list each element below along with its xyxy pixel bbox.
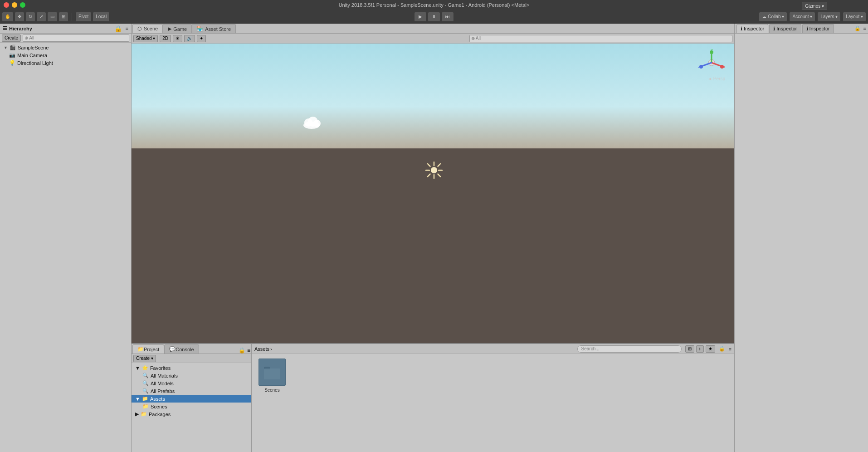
close-button[interactable] [4,2,9,8]
hierarchy-search[interactable] [23,34,129,42]
hand-tool[interactable]: ✋ [2,12,14,22]
play-controls: ▶ ⏸ ⏭ [414,12,454,22]
tab-game[interactable]: ▶ Game [163,24,192,33]
inspector-panel: ℹ Inspector ℹ Inspector ℹ Inspector 🔒 ≡ [734,24,868,452]
scenes-folder-asset-icon [258,359,286,386]
hierarchy-lock[interactable]: 🔒 [114,25,122,32]
shading-dropdown[interactable]: Shaded ▾ [133,35,158,42]
tree-all-prefabs[interactable]: 🔍 All Prefabs [132,387,251,395]
layers-button[interactable]: Layers ▾ [817,12,841,22]
tree-packages[interactable]: ▶ 📁 Packages [132,410,251,418]
hierarchy-tree: ▼ 🎬 SampleScene 📷 Main Camera 💡 Directio… [0,43,131,452]
inspector-icon-3: ℹ [806,26,808,32]
move-tool[interactable]: ✥ [15,12,24,22]
account-button[interactable]: Account ▾ [789,12,815,22]
project-create-button[interactable]: Create ▾ [133,355,156,362]
inspector-tab-3[interactable]: ℹ Inspector [802,24,834,33]
scene-sky [132,44,734,148]
layout-button[interactable]: Layout ▾ [843,12,866,22]
project-lock[interactable]: 🔒 [239,347,245,354]
store-tab-label: Asset Store [205,26,231,32]
local-button[interactable]: Local [93,12,110,22]
2d-button[interactable]: 2D [160,35,171,42]
packages-folder-icon: 📁 [141,411,147,417]
inspector-icon-1: ℹ [741,26,742,32]
tab-project[interactable]: 📁 Project [132,344,164,354]
hierarchy-item-camera[interactable]: 📷 Main Camera [0,51,131,59]
hierarchy-menu[interactable]: ≡ [126,26,128,31]
pivot-controls: Pivot Local [75,12,110,22]
project-tabs: 📁 Project 💬 Console 🔒 ≡ [132,344,251,354]
step-button[interactable]: ⏭ [441,12,454,22]
console-icon: 💬 [169,346,176,352]
title-bar: Unity 2018.3.5f1 Personal - SampleScene.… [0,0,868,10]
breadcrumb-arrow: › [270,346,272,352]
hierarchy-title: Hierarchy [9,26,32,31]
center-area: ⬡ Scene ▶ Game 🏪 Asset Store Shaded ▾ 2D… [132,24,734,452]
multi-tool[interactable]: ⊞ [59,12,68,22]
pivot-button[interactable]: Pivot [75,12,92,22]
minimize-button[interactable] [12,2,17,8]
scale-tool[interactable]: ⤢ [36,12,46,22]
assets-sort-btn[interactable]: ↕ [696,345,704,353]
game-tab-icon: ▶ [168,26,171,32]
tree-favorites[interactable]: ▼ ⭐ Favorites [132,364,251,372]
inspector-tab-label-1: Inspector [744,26,764,31]
collab-button[interactable]: ☁ Collab ▾ [759,12,787,22]
window-title: Unity 2018.3.5f1 Personal - SampleScene.… [339,2,530,8]
layers-label: Layers ▾ [820,14,838,19]
inspector-lock[interactable]: 🔒 [854,25,861,31]
create-button[interactable]: Create [2,34,21,42]
camera-icon: 📷 [9,52,15,58]
tab-asset-store[interactable]: 🏪 Asset Store [192,24,236,33]
store-tab-icon: 🏪 [197,26,203,32]
assets-settings-btn[interactable]: ★ [706,345,715,353]
maximize-button[interactable] [20,2,25,8]
svg-text:Y: Y [711,49,713,52]
inspector-menu[interactable]: ≡ [863,26,866,31]
hierarchy-item-scene[interactable]: ▼ 🎬 SampleScene [0,44,131,51]
breadcrumb-assets[interactable]: Assets [254,346,269,352]
favorites-label: Favorites [150,365,171,371]
assets-view-btn[interactable]: ⊞ [685,345,694,353]
tab-console[interactable]: 💬 Console [164,344,199,354]
pause-button[interactable]: ⏸ [428,12,440,22]
audio-button[interactable]: 🔊 [184,35,195,42]
project-menu[interactable]: ≡ [247,347,250,354]
all-materials-label: All Materials [151,373,178,378]
effects-button[interactable]: ✦ [197,35,206,42]
rotate-tool[interactable]: ↻ [25,12,35,22]
assets-search[interactable] [577,345,682,353]
assets-content: Scenes [252,354,734,452]
collab-label: Collab ▾ [768,14,784,19]
assets-menu[interactable]: ≡ [729,346,731,352]
inspector-tab-1[interactable]: ℹ Inspector [736,24,768,33]
folder-svg [263,363,281,381]
scene-label: SampleScene [18,45,49,50]
inspector-tab-2[interactable]: ℹ Inspector [769,24,801,33]
account-label: Account ▾ [792,14,812,19]
assets-arrow: ▼ [135,396,140,402]
asset-item-scenes[interactable]: Scenes [256,359,288,393]
scene-viewport[interactable]: Y X Z ◄ Persp [132,44,734,343]
hierarchy-item-light[interactable]: 💡 Directional Light [0,59,131,67]
project-toolbar: Create ▾ [132,354,251,363]
breadcrumb: Assets › [254,346,272,352]
tree-all-materials[interactable]: 🔍 All Materials [132,372,251,379]
gizmos-button[interactable]: Gizmos ▾ [802,2,827,10]
tree-all-models[interactable]: 🔍 All Models [132,379,251,387]
transform-tools: ✋ ✥ ↻ ⤢ ▭ ⊞ [2,12,68,22]
tree-scenes[interactable]: 📁 Scenes [132,403,251,410]
project-tree: ▼ ⭐ Favorites 🔍 All Materials 🔍 All Mode… [132,363,251,452]
lighting-button[interactable]: ☀ [173,35,182,42]
tab-scene[interactable]: ⬡ Scene [132,24,163,33]
play-button[interactable]: ▶ [414,12,427,22]
scene-search[interactable] [469,35,732,42]
separator-1 [72,13,72,21]
tree-assets[interactable]: ▼ 📁 Assets [132,395,251,403]
rect-tool[interactable]: ▭ [47,12,58,22]
assets-lock[interactable]: 🔒 [719,346,725,352]
collab-icon: ☁ [762,14,766,19]
inspector-content [735,34,868,452]
right-toolbar: ☁ Collab ▾ Account ▾ Layers ▾ Layout ▾ [759,12,866,22]
